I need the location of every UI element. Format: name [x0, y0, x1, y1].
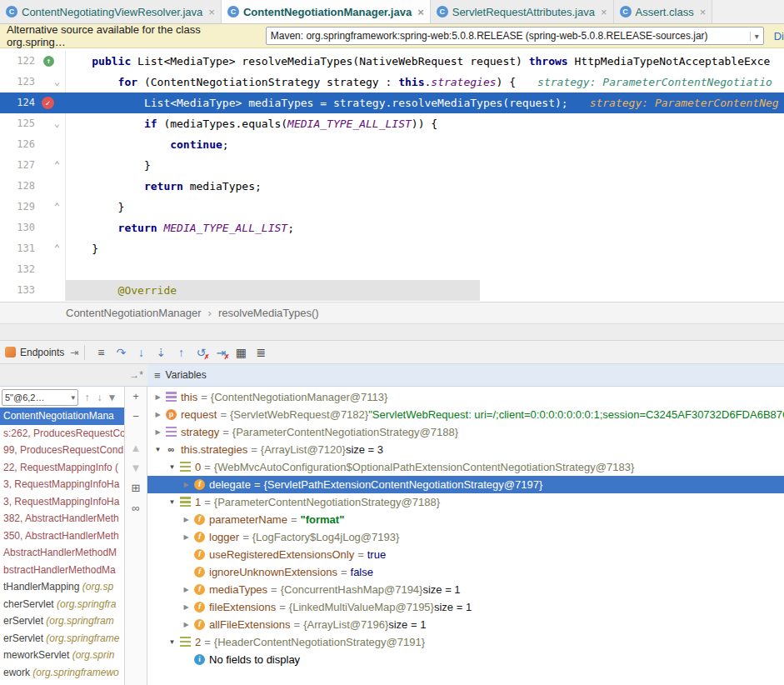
move-watch-up-icon[interactable]: ▲: [131, 438, 142, 458]
variable-row[interactable]: ▼1={ParameterContentNegotiationStrategy@…: [147, 493, 784, 511]
editor-line[interactable]: 125⌄if (mediaTypes.equals(MEDIA_TYPE_ALL…: [0, 113, 784, 134]
run-to-cursor-icon[interactable]: ⇥✗: [211, 346, 231, 359]
variable-row[interactable]: ▶this={ContentNegotiationManager@7113}: [147, 388, 784, 406]
expand-icon[interactable]: ▶: [181, 621, 192, 628]
stack-frame[interactable]: s:262, ProducesRequestCo: [0, 425, 124, 442]
breadcrumb-item[interactable]: ContentNegotiationManager: [66, 307, 202, 319]
step-over-icon[interactable]: ↷: [111, 346, 131, 359]
thread-selector[interactable]: 5"@6,2… ▾: [2, 389, 78, 406]
expand-icon[interactable]: ▼: [167, 638, 177, 646]
close-icon[interactable]: ×: [417, 6, 424, 18]
add-to-watches-icon[interactable]: →*: [125, 364, 147, 386]
breadcrumb-item[interactable]: resolveMediaTypes(): [218, 307, 319, 319]
endpoints-tab[interactable]: Endpoints ⇥: [5, 347, 78, 358]
remove-watch-icon[interactable]: −: [132, 407, 139, 427]
add-watch-icon[interactable]: +: [132, 387, 139, 407]
stack-frame[interactable]: erServlet (org.springfram: [0, 612, 124, 630]
show-execution-point-icon[interactable]: ≡: [91, 346, 111, 359]
expand-icon[interactable]: ▶: [181, 586, 192, 593]
previous-frame-icon[interactable]: ↑: [81, 392, 93, 403]
variable-row[interactable]: ▶flogger={LogFactory$Log4jLog@7193}: [147, 528, 784, 546]
variable-row[interactable]: ▶prequest={ServletWebRequest@7182} "Serv…: [147, 406, 784, 423]
expand-icon[interactable]: ▶: [181, 533, 192, 541]
editor-line[interactable]: 131⌃}: [0, 238, 784, 259]
stack-frame[interactable]: erServlet (org.springframe: [0, 630, 124, 648]
editor-tab[interactable]: CContentNegotiationManager.java×: [222, 0, 431, 23]
stack-frame[interactable]: bstractHandlerMethodMa: [0, 562, 124, 579]
move-watch-down-icon[interactable]: ▼: [131, 458, 142, 478]
editor-tab[interactable]: CContentNegotiatingViewResolver.java×: [0, 0, 222, 23]
stack-frame[interactable]: ework (org.springframewo: [0, 664, 124, 682]
stack-frame[interactable]: 350, AbstractHandlerMeth: [0, 528, 124, 545]
expand-icon[interactable]: ▼: [167, 498, 177, 506]
variable-row[interactable]: ▶strategy={ParameterContentNegotiationSt…: [147, 423, 784, 441]
expand-icon[interactable]: ▼: [152, 446, 163, 453]
close-icon[interactable]: ×: [700, 6, 707, 18]
variable-row[interactable]: ▶fdelegate={ServletPathExtensionContentN…: [147, 476, 784, 493]
editor-line[interactable]: 124✓List<MediaType> mediaTypes = strateg…: [0, 92, 784, 113]
editor-line[interactable]: 126continue;: [0, 134, 784, 155]
variable-row[interactable]: ▼0={WebMvcAutoConfiguration$OptionalPath…: [147, 458, 784, 476]
editor-line[interactable]: 133@Override: [0, 280, 784, 301]
editor-line[interactable]: 123⌄for (ContentNegotiationStrategy stra…: [0, 72, 784, 92]
fold-icon[interactable]: ⌄: [54, 72, 60, 92]
stack-frame[interactable]: ContentNegotiationMana: [0, 408, 124, 425]
stack-frame[interactable]: AbstractHandlerMethodM: [0, 544, 124, 562]
fold-icon[interactable]: ⌃: [54, 197, 60, 218]
stack-frame[interactable]: 22, RequestMappingInfo (: [0, 459, 124, 477]
close-icon[interactable]: ×: [601, 6, 607, 18]
stack-frame[interactable]: 382, AbstractHandlerMeth: [0, 510, 124, 528]
expand-icon[interactable]: ▶: [152, 393, 163, 401]
drop-frame-icon[interactable]: ↺✗: [191, 346, 211, 359]
force-step-into-icon[interactable]: ⇣: [151, 346, 171, 359]
editor-line[interactable]: 122↑public List<MediaType> resolveMediaT…: [0, 51, 784, 72]
filter-frames-icon[interactable]: ▼: [106, 392, 118, 403]
layout-settings-icon[interactable]: ≣: [251, 346, 271, 359]
editor-line[interactable]: 129⌃}: [0, 197, 784, 218]
variable-row[interactable]: fuseRegisteredExtensionsOnly=true: [147, 546, 784, 563]
editor-line[interactable]: 127⌃}: [0, 155, 784, 176]
stack-frame[interactable]: cherServlet (org.springfra: [0, 596, 124, 613]
step-out-icon[interactable]: ↑: [171, 346, 191, 359]
expand-icon[interactable]: ▶: [181, 481, 192, 488]
expand-icon[interactable]: ▶: [152, 428, 163, 436]
expand-icon[interactable]: ▶: [152, 411, 163, 418]
expand-icon[interactable]: ▶: [181, 603, 192, 611]
code-text: if (mediaTypes.equals(MEDIA_TYPE_ALL_LIS…: [66, 113, 784, 134]
show-watches-icon[interactable]: ∞: [132, 498, 139, 518]
notification-link[interactable]: Di: [774, 30, 784, 42]
breakpoint-icon[interactable]: ✓: [42, 97, 54, 109]
variable-row[interactable]: ▼∞this.strategies={ArrayList@7120} size …: [147, 441, 784, 458]
variable-name: mediaTypes: [209, 583, 267, 596]
close-icon[interactable]: ×: [208, 6, 215, 18]
variable-row[interactable]: ▶fallFileExtensions={ArrayList@7196} siz…: [147, 616, 784, 633]
code-editor[interactable]: 122↑public List<MediaType> resolveMediaT…: [0, 48, 784, 302]
stack-frame[interactable]: tHandlerMapping (org.sp: [0, 578, 124, 596]
variable-row[interactable]: ▼2={HeaderContentNegotiationStrategy@719…: [147, 633, 784, 651]
variable-row[interactable]: fignoreUnknownExtensions=false: [147, 563, 784, 581]
view-breakpoints-icon[interactable]: ▦: [231, 346, 251, 359]
editor-tab[interactable]: CAssert.class×: [614, 0, 713, 23]
source-jar-dropdown[interactable]: Maven: org.springframework:spring-web:5.…: [266, 27, 764, 45]
fold-icon[interactable]: ⌃: [54, 238, 60, 259]
variable-row[interactable]: ▶fmediaTypes={ConcurrentHashMap@7194} si…: [147, 581, 784, 598]
stack-frame[interactable]: 99, ProducesRequestCond: [0, 442, 124, 459]
stack-frame[interactable]: 3, RequestMappingInfoHa: [0, 476, 124, 493]
expand-icon[interactable]: ▶: [181, 516, 192, 523]
variable-row[interactable]: ▶ffileExtensions={LinkedMultiValueMap@71…: [147, 598, 784, 616]
variable-row[interactable]: ▶fparameterName="format": [147, 511, 784, 528]
step-into-icon[interactable]: ↓: [131, 346, 151, 359]
code-text: for (ContentNegotiationStrategy strategy…: [66, 72, 784, 92]
editor-line[interactable]: 128return mediaTypes;: [0, 176, 784, 197]
fold-icon[interactable]: ⌃: [54, 155, 60, 176]
fold-icon[interactable]: ⌄: [54, 113, 60, 134]
next-frame-icon[interactable]: ↓: [93, 392, 106, 403]
stack-frame[interactable]: 3, RequestMappingInfoHa: [0, 493, 124, 511]
stack-frame[interactable]: meworkServlet (org.sprin: [0, 647, 124, 664]
expand-icon[interactable]: ▼: [167, 463, 177, 471]
duplicate-watch-icon[interactable]: ⊞: [132, 478, 141, 498]
editor-tab[interactable]: CServletRequestAttributes.java×: [431, 0, 614, 23]
variable-row[interactable]: iNo fields to display: [147, 651, 784, 668]
editor-line[interactable]: 132: [0, 259, 784, 280]
editor-line[interactable]: 130return MEDIA_TYPE_ALL_LIST;: [0, 218, 784, 238]
